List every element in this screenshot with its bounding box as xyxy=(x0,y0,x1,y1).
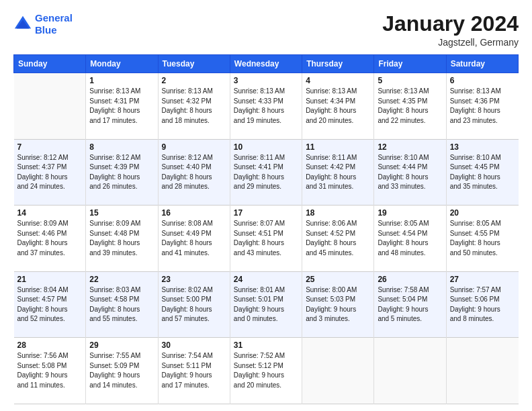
cell-w4-d5 xyxy=(374,338,446,404)
cell-w1-d3: 10Sunrise: 8:11 AM Sunset: 4:41 PM Dayli… xyxy=(230,139,302,205)
day-details: Sunrise: 7:52 AM Sunset: 5:12 PM Dayligh… xyxy=(234,351,298,390)
week-row-4: 28Sunrise: 7:56 AM Sunset: 5:08 PM Dayli… xyxy=(14,338,519,404)
day-number: 26 xyxy=(378,275,442,284)
day-details: Sunrise: 8:12 AM Sunset: 4:39 PM Dayligh… xyxy=(89,153,154,192)
day-details: Sunrise: 8:10 AM Sunset: 4:44 PM Dayligh… xyxy=(378,153,442,192)
col-wednesday: Wednesday xyxy=(230,55,302,73)
day-number: 16 xyxy=(162,208,226,218)
day-number: 6 xyxy=(450,76,515,85)
cell-w4-d2: 30Sunrise: 7:54 AM Sunset: 5:11 PM Dayli… xyxy=(158,338,230,404)
day-number: 7 xyxy=(17,142,83,152)
cell-w3-d4: 25Sunrise: 8:00 AM Sunset: 5:03 PM Dayli… xyxy=(302,271,374,338)
cell-w2-d3: 17Sunrise: 8:07 AM Sunset: 4:51 PM Dayli… xyxy=(230,205,302,272)
day-details: Sunrise: 7:56 AM Sunset: 5:08 PM Dayligh… xyxy=(17,351,83,390)
cell-w2-d6: 20Sunrise: 8:05 AM Sunset: 4:55 PM Dayli… xyxy=(446,205,518,272)
cell-w4-d4 xyxy=(302,338,374,404)
cell-w3-d3: 24Sunrise: 8:01 AM Sunset: 5:01 PM Dayli… xyxy=(230,271,302,338)
day-details: Sunrise: 8:13 AM Sunset: 4:33 PM Dayligh… xyxy=(234,87,298,126)
cell-w0-d1: 1Sunrise: 8:13 AM Sunset: 4:31 PM Daylig… xyxy=(86,73,158,140)
cell-w0-d4: 4Sunrise: 8:13 AM Sunset: 4:34 PM Daylig… xyxy=(302,73,374,140)
cell-w0-d0 xyxy=(14,73,86,140)
day-details: Sunrise: 8:04 AM Sunset: 4:57 PM Dayligh… xyxy=(17,285,83,324)
day-number: 1 xyxy=(89,76,154,85)
day-number: 11 xyxy=(306,142,370,152)
col-sunday: Sunday xyxy=(14,55,86,73)
cell-w3-d1: 22Sunrise: 8:03 AM Sunset: 4:58 PM Dayli… xyxy=(86,271,158,338)
cell-w4-d3: 31Sunrise: 7:52 AM Sunset: 5:12 PM Dayli… xyxy=(230,338,302,404)
cell-w0-d5: 5Sunrise: 8:13 AM Sunset: 4:35 PM Daylig… xyxy=(374,73,446,140)
cell-w2-d0: 14Sunrise: 8:09 AM Sunset: 4:46 PM Dayli… xyxy=(14,205,86,272)
col-thursday: Thursday xyxy=(302,55,374,73)
day-details: Sunrise: 8:09 AM Sunset: 4:46 PM Dayligh… xyxy=(17,219,83,258)
header-row: Sunday Monday Tuesday Wednesday Thursday… xyxy=(14,55,519,73)
week-row-0: 1Sunrise: 8:13 AM Sunset: 4:31 PM Daylig… xyxy=(14,73,519,140)
day-details: Sunrise: 8:10 AM Sunset: 4:45 PM Dayligh… xyxy=(450,153,515,192)
day-number: 30 xyxy=(162,340,226,350)
day-details: Sunrise: 8:11 AM Sunset: 4:41 PM Dayligh… xyxy=(234,153,298,192)
calendar-table: Sunday Monday Tuesday Wednesday Thursday… xyxy=(13,54,519,404)
cell-w3-d0: 21Sunrise: 8:04 AM Sunset: 4:57 PM Dayli… xyxy=(14,271,86,338)
day-number: 2 xyxy=(162,76,226,85)
day-details: Sunrise: 8:09 AM Sunset: 4:48 PM Dayligh… xyxy=(89,219,154,258)
day-number: 23 xyxy=(162,275,226,284)
day-details: Sunrise: 8:06 AM Sunset: 4:52 PM Dayligh… xyxy=(306,219,370,258)
logo-text: General Blue xyxy=(35,12,73,36)
day-number: 15 xyxy=(89,208,154,218)
day-number: 31 xyxy=(234,340,298,350)
day-number: 25 xyxy=(306,275,370,284)
week-row-3: 21Sunrise: 8:04 AM Sunset: 4:57 PM Dayli… xyxy=(14,271,519,338)
cell-w1-d5: 12Sunrise: 8:10 AM Sunset: 4:44 PM Dayli… xyxy=(374,139,446,205)
day-number: 9 xyxy=(162,142,226,152)
day-details: Sunrise: 8:08 AM Sunset: 4:49 PM Dayligh… xyxy=(162,219,226,258)
day-details: Sunrise: 8:05 AM Sunset: 4:55 PM Dayligh… xyxy=(450,219,515,258)
day-number: 13 xyxy=(450,142,515,152)
day-number: 12 xyxy=(378,142,442,152)
day-details: Sunrise: 8:03 AM Sunset: 4:58 PM Dayligh… xyxy=(89,285,154,324)
cell-w2-d1: 15Sunrise: 8:09 AM Sunset: 4:48 PM Dayli… xyxy=(86,205,158,272)
day-number: 14 xyxy=(17,208,83,218)
day-number: 27 xyxy=(450,275,515,284)
col-saturday: Saturday xyxy=(446,55,518,73)
col-monday: Monday xyxy=(86,55,158,73)
day-number: 4 xyxy=(306,76,370,85)
cell-w0-d2: 2Sunrise: 8:13 AM Sunset: 4:32 PM Daylig… xyxy=(158,73,230,140)
day-details: Sunrise: 8:05 AM Sunset: 4:54 PM Dayligh… xyxy=(378,219,442,258)
cell-w1-d0: 7Sunrise: 8:12 AM Sunset: 4:37 PM Daylig… xyxy=(14,139,86,205)
day-number: 18 xyxy=(306,208,370,218)
header: General Blue January 2024 Jagstzell, Ger… xyxy=(13,12,519,48)
cell-w2-d2: 16Sunrise: 8:08 AM Sunset: 4:49 PM Dayli… xyxy=(158,205,230,272)
cell-w3-d2: 23Sunrise: 8:02 AM Sunset: 5:00 PM Dayli… xyxy=(158,271,230,338)
day-details: Sunrise: 8:12 AM Sunset: 4:37 PM Dayligh… xyxy=(17,153,83,192)
day-details: Sunrise: 8:13 AM Sunset: 4:35 PM Dayligh… xyxy=(378,87,442,126)
day-number: 8 xyxy=(89,142,154,152)
cell-w4-d6 xyxy=(446,338,518,404)
day-number: 22 xyxy=(89,275,154,284)
cell-w3-d6: 27Sunrise: 7:57 AM Sunset: 5:06 PM Dayli… xyxy=(446,271,518,338)
day-number: 20 xyxy=(450,208,515,218)
cell-w1-d2: 9Sunrise: 8:12 AM Sunset: 4:40 PM Daylig… xyxy=(158,139,230,205)
subtitle: Jagstzell, Germany xyxy=(382,37,519,48)
cell-w1-d4: 11Sunrise: 8:11 AM Sunset: 4:42 PM Dayli… xyxy=(302,139,374,205)
day-number: 24 xyxy=(234,275,298,284)
day-details: Sunrise: 8:01 AM Sunset: 5:01 PM Dayligh… xyxy=(234,285,298,324)
day-number: 21 xyxy=(17,275,83,284)
day-number: 3 xyxy=(234,76,298,85)
day-details: Sunrise: 8:12 AM Sunset: 4:40 PM Dayligh… xyxy=(162,153,226,192)
cell-w0-d6: 6Sunrise: 8:13 AM Sunset: 4:36 PM Daylig… xyxy=(446,73,518,140)
cell-w4-d0: 28Sunrise: 7:56 AM Sunset: 5:08 PM Dayli… xyxy=(14,338,86,404)
cell-w0-d3: 3Sunrise: 8:13 AM Sunset: 4:33 PM Daylig… xyxy=(230,73,302,140)
day-number: 29 xyxy=(89,340,154,350)
cell-w4-d1: 29Sunrise: 7:55 AM Sunset: 5:09 PM Dayli… xyxy=(86,338,158,404)
cell-w2-d5: 19Sunrise: 8:05 AM Sunset: 4:54 PM Dayli… xyxy=(374,205,446,272)
cell-w2-d4: 18Sunrise: 8:06 AM Sunset: 4:52 PM Dayli… xyxy=(302,205,374,272)
day-details: Sunrise: 8:13 AM Sunset: 4:32 PM Dayligh… xyxy=(162,87,226,126)
cell-w1-d6: 13Sunrise: 8:10 AM Sunset: 4:45 PM Dayli… xyxy=(446,139,518,205)
logo-line1: General xyxy=(35,12,73,24)
day-number: 5 xyxy=(378,76,442,85)
day-details: Sunrise: 7:55 AM Sunset: 5:09 PM Dayligh… xyxy=(89,351,154,390)
week-row-2: 14Sunrise: 8:09 AM Sunset: 4:46 PM Dayli… xyxy=(14,205,519,272)
day-number: 10 xyxy=(234,142,298,152)
day-details: Sunrise: 8:13 AM Sunset: 4:36 PM Dayligh… xyxy=(450,87,515,126)
day-details: Sunrise: 8:13 AM Sunset: 4:34 PM Dayligh… xyxy=(306,87,370,126)
day-details: Sunrise: 8:07 AM Sunset: 4:51 PM Dayligh… xyxy=(234,219,298,258)
